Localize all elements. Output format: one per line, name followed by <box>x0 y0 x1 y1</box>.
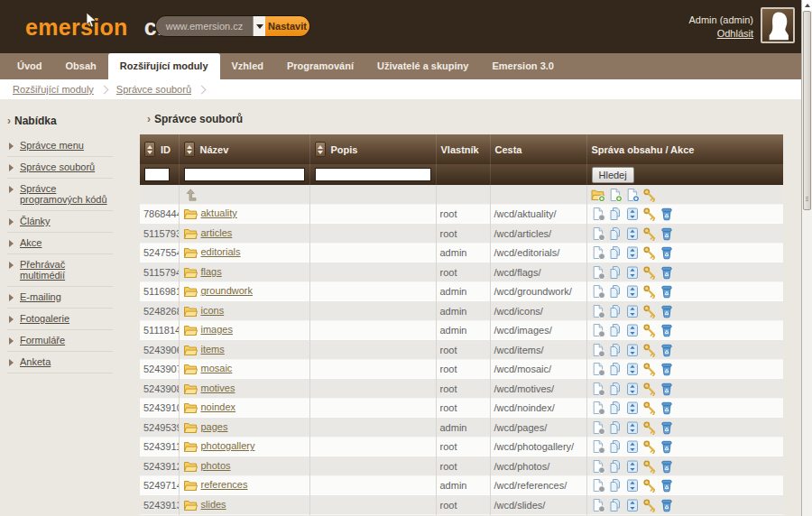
sidebar-link-spravce-souboru[interactable]: Správce souborů <box>20 161 95 172</box>
properties-icon[interactable] <box>591 498 605 512</box>
folder-link-slides[interactable]: slides <box>201 499 226 510</box>
delete-icon[interactable] <box>660 439 674 454</box>
tab-obsah[interactable]: Obsah <box>54 53 108 79</box>
properties-icon[interactable] <box>591 401 605 415</box>
sidebar-link-spravce-menu[interactable]: Správce menu <box>20 140 84 151</box>
folder-link-editorials[interactable]: editorials <box>201 246 241 257</box>
key-icon[interactable] <box>642 420 657 435</box>
properties-icon[interactable] <box>591 207 605 221</box>
properties-icon[interactable] <box>591 382 605 396</box>
copy-icon[interactable] <box>608 439 623 454</box>
breadcrumb-item-rozsirujici-moduly[interactable]: Rozšiřující moduly <box>13 84 94 95</box>
properties-icon[interactable] <box>591 284 605 299</box>
sidebar-link-spravce-programovych-kodu[interactable]: Správce programových kódů <box>20 183 107 205</box>
delete-icon[interactable] <box>660 245 674 260</box>
properties-icon[interactable] <box>591 362 605 376</box>
site-select-value[interactable]: www.emersion.cz <box>156 16 253 36</box>
sort-control-icon[interactable] <box>184 142 195 157</box>
copy-icon[interactable] <box>608 343 623 357</box>
refresh-icon[interactable] <box>625 284 640 299</box>
copy-icon[interactable] <box>608 245 623 260</box>
refresh-icon[interactable] <box>625 362 640 376</box>
copy-icon[interactable] <box>608 323 623 337</box>
copy-icon[interactable] <box>608 382 623 396</box>
copy-icon[interactable] <box>608 284 623 299</box>
copy-icon[interactable] <box>608 420 623 435</box>
delete-icon[interactable] <box>660 362 674 376</box>
tab-rozsirujici-moduly[interactable]: Rozšiřující moduly <box>108 53 220 79</box>
folder-link-photos[interactable]: photos <box>201 460 231 471</box>
folder-link-motives[interactable]: motives <box>201 382 235 393</box>
delete-icon[interactable] <box>660 323 674 337</box>
copy-icon[interactable] <box>608 498 623 512</box>
delete-icon[interactable] <box>660 343 674 357</box>
folder-link-mosaic[interactable]: mosaic <box>201 363 233 373</box>
delete-icon[interactable] <box>660 284 674 299</box>
delete-icon[interactable] <box>660 382 674 396</box>
delete-icon[interactable] <box>660 478 674 493</box>
copy-icon[interactable] <box>608 265 623 280</box>
refresh-icon[interactable] <box>625 343 640 357</box>
copy-icon[interactable] <box>608 226 623 241</box>
refresh-icon[interactable] <box>625 265 640 280</box>
properties-icon[interactable] <box>591 323 605 337</box>
paste-icon[interactable] <box>625 188 640 202</box>
key-icon[interactable] <box>642 401 657 415</box>
key-icon[interactable] <box>642 226 657 241</box>
folder-link-aktuality[interactable]: aktuality <box>201 207 237 218</box>
folder-link-articles[interactable]: articles <box>201 227 233 238</box>
delete-icon[interactable] <box>660 304 674 318</box>
refresh-icon[interactable] <box>625 420 640 435</box>
delete-icon[interactable] <box>660 226 674 241</box>
delete-icon[interactable] <box>660 207 674 221</box>
folder-link-photogallery[interactable]: photogallery <box>201 440 255 451</box>
delete-icon[interactable] <box>660 265 674 280</box>
folder-link-flags[interactable]: flags <box>201 266 222 277</box>
properties-icon[interactable] <box>591 226 605 241</box>
refresh-icon[interactable] <box>625 245 640 260</box>
delete-icon[interactable] <box>660 401 674 415</box>
sort-control-icon[interactable] <box>315 142 326 157</box>
sort-control-icon[interactable] <box>144 142 155 157</box>
refresh-icon[interactable] <box>625 401 640 415</box>
properties-icon[interactable] <box>591 478 605 493</box>
folder-link-references[interactable]: references <box>201 479 248 490</box>
copy-icon[interactable] <box>608 459 623 474</box>
properties-icon[interactable] <box>591 265 605 280</box>
refresh-icon[interactable] <box>625 498 640 512</box>
copy-icon[interactable] <box>608 207 623 221</box>
delete-icon[interactable] <box>660 498 674 512</box>
refresh-icon[interactable] <box>625 478 640 493</box>
key-icon[interactable] <box>642 362 657 376</box>
sidebar-link-anketa[interactable]: Anketa <box>20 356 51 367</box>
sidebar-link-clanky[interactable]: Články <box>20 216 51 226</box>
copy-icon[interactable] <box>608 401 623 415</box>
filter-popis-input[interactable] <box>315 168 431 181</box>
scrollbar-thumb[interactable] <box>803 11 811 210</box>
key-icon[interactable] <box>642 284 657 299</box>
scrollbar-up-button[interactable] <box>802 0 812 11</box>
key-icon[interactable] <box>642 245 657 260</box>
sidebar-link-prehravac-multimedii[interactable]: Přehrávač multimédií <box>20 259 65 281</box>
properties-icon[interactable] <box>591 245 605 260</box>
key-icon[interactable] <box>642 265 657 280</box>
key-icon[interactable] <box>642 188 657 202</box>
refresh-icon[interactable] <box>625 323 640 337</box>
key-icon[interactable] <box>642 382 657 396</box>
sidebar-link-fotogalerie[interactable]: Fotogalerie <box>20 313 69 324</box>
refresh-icon[interactable] <box>625 207 640 221</box>
tab-emersion-3.0[interactable]: Emersion 3.0 <box>480 53 565 79</box>
delete-icon[interactable] <box>660 420 674 435</box>
site-select-dropdown-button[interactable] <box>253 16 265 36</box>
properties-icon[interactable] <box>591 304 605 318</box>
sidebar-link-formulare[interactable]: Formuláře <box>20 335 65 346</box>
tab-programovani[interactable]: Programování <box>275 53 365 79</box>
properties-icon[interactable] <box>591 459 605 474</box>
folder-link-icons[interactable]: icons <box>201 305 225 316</box>
folder-link-noindex[interactable]: noindex <box>201 401 236 412</box>
filter-id-input[interactable] <box>144 168 170 181</box>
properties-icon[interactable] <box>591 343 605 357</box>
delete-icon[interactable] <box>660 459 674 474</box>
tab-uzivatele-a-skupiny[interactable]: Uživatelé a skupiny <box>365 53 481 79</box>
refresh-icon[interactable] <box>625 382 640 396</box>
